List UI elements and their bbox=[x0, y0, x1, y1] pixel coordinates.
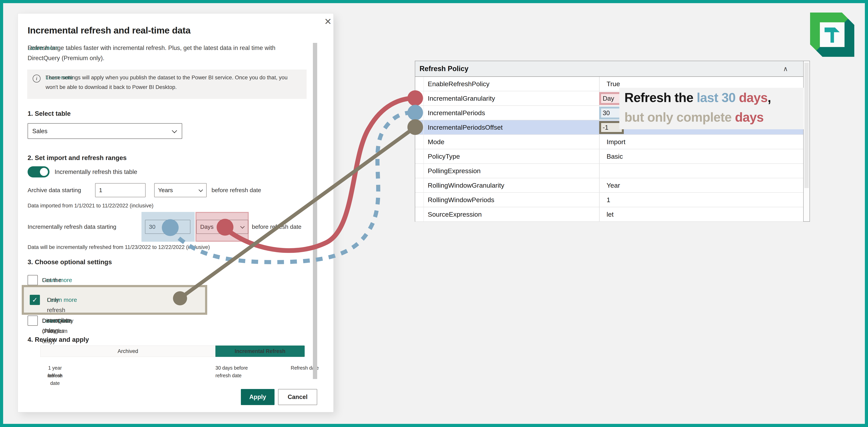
annotation-text-red: days bbox=[735, 110, 764, 124]
section-review-apply: 4. Review and apply bbox=[28, 336, 89, 343]
annotation-text-tan: but only complete bbox=[624, 110, 735, 124]
info-banner: i These settings will apply when you pub… bbox=[27, 69, 307, 99]
section-import-refresh-ranges: 2. Set import and refresh ranges bbox=[28, 154, 127, 162]
toggle-label: Incrementally refresh this table bbox=[55, 166, 137, 177]
logo-inner-square bbox=[820, 22, 845, 47]
property-value: 1 bbox=[607, 196, 610, 203]
gutter-line bbox=[424, 149, 424, 163]
dialog-scrollbar[interactable] bbox=[313, 43, 317, 379]
table-select[interactable]: Sales bbox=[28, 123, 182, 139]
timeline-label-right: Refresh date bbox=[270, 364, 319, 372]
incremental-refresh-dialog: ✕ Incremental refresh and real-time data… bbox=[18, 13, 334, 412]
property-name: IncrementalPeriodsOffset bbox=[415, 120, 599, 134]
blue-highlight-overlay bbox=[142, 212, 195, 242]
detect-changes-checkbox[interactable] bbox=[28, 316, 38, 326]
archive-unit-value: Years bbox=[158, 183, 173, 197]
table-select-value: Sales bbox=[32, 123, 48, 139]
property-value: Import bbox=[607, 138, 625, 145]
chevron-down-icon bbox=[198, 188, 203, 192]
directquery-checkbox[interactable] bbox=[28, 275, 38, 285]
close-icon[interactable]: ✕ bbox=[322, 16, 334, 28]
property-row-rollingwindowperiods[interactable]: RollingWindowPeriods 1 bbox=[415, 193, 803, 207]
gutter-line bbox=[424, 164, 424, 178]
gutter-line bbox=[424, 120, 424, 134]
info-icon: i bbox=[33, 75, 40, 82]
detect-changes-label-text: Detect data changes bbox=[42, 316, 72, 336]
gutter-line bbox=[424, 135, 424, 149]
timeline-label-mid: 30 days before refresh date bbox=[181, 364, 250, 372]
timeline-left-line2: refresh date bbox=[45, 372, 65, 387]
incremental-row-suffix: before refresh date bbox=[252, 220, 302, 234]
gutter-line bbox=[424, 77, 424, 91]
property-name: PolicyType bbox=[415, 149, 599, 163]
info-banner-text: These settings will apply when you publi… bbox=[45, 73, 296, 82]
refresh-policy-title: Refresh Policy bbox=[420, 61, 468, 76]
info-text: These settings will apply when you publi… bbox=[45, 73, 296, 92]
incremental-refresh-toggle[interactable] bbox=[28, 166, 50, 177]
apply-button[interactable]: Apply bbox=[241, 389, 275, 405]
property-name: RollingWindowGranularity bbox=[415, 178, 599, 192]
cancel-button[interactable]: Cancel bbox=[278, 389, 317, 405]
toggle-knob bbox=[40, 168, 48, 176]
red-highlight-overlay bbox=[195, 212, 249, 242]
gutter-line bbox=[424, 193, 424, 207]
property-row-sourceexpression[interactable]: SourceExpression let bbox=[415, 207, 803, 222]
archive-value-input[interactable]: 1 bbox=[95, 183, 146, 197]
dialog-title: Incremental refresh and real-time data bbox=[28, 25, 191, 36]
section-optional-settings: 3. Choose optional settings bbox=[28, 258, 112, 266]
property-row-mode[interactable]: Mode Import bbox=[415, 135, 803, 149]
archive-row-label: Archive data starting bbox=[28, 183, 81, 197]
section-select-table: 1. Select table bbox=[28, 110, 71, 117]
annotation-text: Refresh the bbox=[624, 90, 696, 105]
chevron-down-icon bbox=[172, 128, 177, 133]
property-row-pollingexpression[interactable]: PollingExpression bbox=[415, 164, 803, 178]
dialog-description: Refresh large tables faster with increme… bbox=[28, 43, 307, 53]
tabular-editor-logo bbox=[810, 12, 854, 57]
review-timeline-bar: Archived Incremental Refresh bbox=[40, 345, 305, 357]
gutter-line bbox=[424, 207, 424, 221]
complete-days-checkbox-label: Only refresh complete days Learn more bbox=[47, 295, 77, 305]
collapse-chevron-icon[interactable]: ∧ bbox=[783, 61, 788, 76]
archive-unit-select[interactable]: Years bbox=[154, 183, 207, 197]
timeline-mid-line2: refresh date bbox=[215, 372, 242, 379]
gutter-line bbox=[424, 106, 424, 120]
complete-days-checkbox[interactable]: ✓ bbox=[30, 295, 40, 305]
property-name: RollingWindowPeriods bbox=[415, 193, 599, 207]
annotation-callout: Refresh the last 30 days, but only compl… bbox=[619, 88, 804, 129]
annotation-text-red: days bbox=[739, 90, 768, 105]
dialog-description-text: Refresh large tables faster with increme… bbox=[28, 43, 307, 63]
incremental-refresh-segment: Incremental Refresh bbox=[215, 345, 305, 357]
refresh-policy-header: Refresh Policy ∧ bbox=[415, 61, 803, 77]
property-value: True bbox=[607, 80, 620, 88]
archived-segment: Archived bbox=[40, 345, 215, 357]
complete-days-highlight-box: ✓ Only refresh complete days Learn more bbox=[22, 285, 207, 315]
property-row-policytype[interactable]: PolicyType Basic bbox=[415, 149, 803, 164]
annotation-line-1: Refresh the last 30 days, bbox=[624, 88, 804, 107]
propgrid-scrollbar[interactable] bbox=[803, 61, 809, 221]
property-name: EnableRefreshPolicy bbox=[415, 77, 599, 91]
import-range-note: Data imported from 1/1/2021 to 11/22/202… bbox=[28, 203, 153, 209]
directquery-checkbox-label: Get the latest data in real time with Di… bbox=[42, 275, 72, 285]
annotation-text-blue: last 30 bbox=[696, 90, 735, 105]
timeline-mid-line1: 30 days before bbox=[215, 364, 248, 372]
property-value: Basic bbox=[607, 152, 623, 160]
incremental-row-label: Incrementally refresh data starting bbox=[28, 220, 117, 234]
timeline-label-left: 1 year before refresh date bbox=[26, 364, 65, 372]
propgrid-scrollbar-thumb[interactable] bbox=[804, 63, 809, 188]
property-name: SourceExpression bbox=[415, 207, 599, 221]
detect-changes-checkbox-label: Detect data changes Learn more bbox=[42, 316, 72, 326]
property-row-rollingwindowgranularity[interactable]: RollingWindowGranularity Year bbox=[415, 178, 803, 193]
property-value: Year bbox=[607, 181, 620, 189]
archive-value: 1 bbox=[99, 183, 102, 197]
property-name: PollingExpression bbox=[415, 164, 599, 178]
annotation-line-2: but only complete days bbox=[624, 107, 804, 127]
refresh-policy-panel: Refresh Policy ∧ EnableRefreshPolicy Tru… bbox=[415, 61, 810, 222]
logo-t-icon bbox=[820, 22, 845, 47]
gutter-line bbox=[424, 91, 424, 105]
property-name: Mode bbox=[415, 135, 599, 149]
annotation-text: , bbox=[768, 90, 771, 105]
gutter-line bbox=[424, 178, 424, 192]
property-name: IncrementalGranularity bbox=[415, 91, 599, 105]
refresh-range-note: Data will be incrementally refreshed fro… bbox=[28, 244, 210, 250]
screenshot-root: ✕ Incremental refresh and real-time data… bbox=[0, 0, 868, 427]
